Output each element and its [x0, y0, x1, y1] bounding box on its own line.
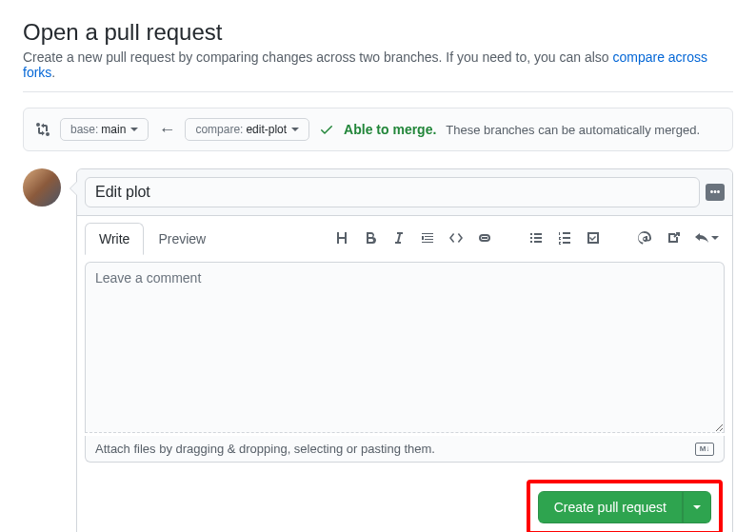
compare-branch-name: edit-plot — [246, 123, 287, 136]
create-pr-dropdown[interactable] — [683, 491, 711, 523]
mention-icon[interactable] — [637, 230, 652, 246]
subtitle-prefix: Create a new pull request by comparing c… — [23, 49, 612, 65]
md-toolbar — [334, 230, 725, 246]
bold-icon[interactable] — [363, 230, 378, 246]
attach-bar[interactable]: Attach files by dragging & dropping, sel… — [85, 436, 725, 463]
page-subtitle: Create a new pull request by comparing c… — [23, 49, 733, 80]
divider — [23, 91, 733, 92]
comment-textarea[interactable] — [85, 262, 725, 433]
comment-box: ••• Write Preview — [76, 168, 733, 532]
pr-title-input[interactable] — [85, 177, 700, 207]
link-icon[interactable] — [477, 230, 492, 246]
git-compare-icon — [35, 122, 50, 137]
ol-icon[interactable] — [557, 230, 572, 246]
compare-label: compare: — [195, 123, 243, 136]
base-label: base: — [70, 123, 98, 136]
compare-branch-button[interactable]: compare: edit-plot — [185, 118, 309, 141]
avatar — [23, 168, 61, 207]
chevron-down-icon — [291, 128, 299, 131]
check-icon — [319, 122, 334, 137]
crossref-icon[interactable] — [666, 230, 681, 246]
chevron-down-icon — [130, 128, 138, 131]
attach-text: Attach files by dragging & dropping, sel… — [95, 442, 435, 456]
tab-preview[interactable]: Preview — [144, 223, 220, 255]
base-branch-name: main — [101, 123, 126, 136]
markdown-icon[interactable]: M↓ — [695, 443, 714, 456]
code-icon[interactable] — [448, 230, 464, 246]
arrow-left-icon: ← — [158, 120, 175, 140]
merge-status: Able to merge. — [344, 122, 436, 137]
subtitle-suffix: . — [51, 65, 55, 80]
italic-icon[interactable] — [391, 230, 407, 246]
page-title: Open a pull request — [23, 19, 733, 46]
highlight-annotation: Create pull request — [527, 480, 723, 532]
tasklist-icon[interactable] — [586, 230, 601, 246]
compare-bar: base: main ← compare: edit-plot Able to … — [23, 108, 733, 151]
create-pr-button[interactable]: Create pull request — [538, 491, 683, 523]
base-branch-button[interactable]: base: main — [60, 118, 149, 141]
helpers-button[interactable]: ••• — [706, 184, 725, 201]
tab-write[interactable]: Write — [85, 223, 144, 255]
reply-icon[interactable] — [694, 230, 719, 246]
merge-text: These branches can be automatically merg… — [446, 123, 700, 137]
quote-icon[interactable] — [420, 230, 435, 246]
ul-icon[interactable] — [528, 230, 544, 246]
heading-icon[interactable] — [334, 230, 349, 246]
chevron-down-icon — [693, 505, 701, 509]
